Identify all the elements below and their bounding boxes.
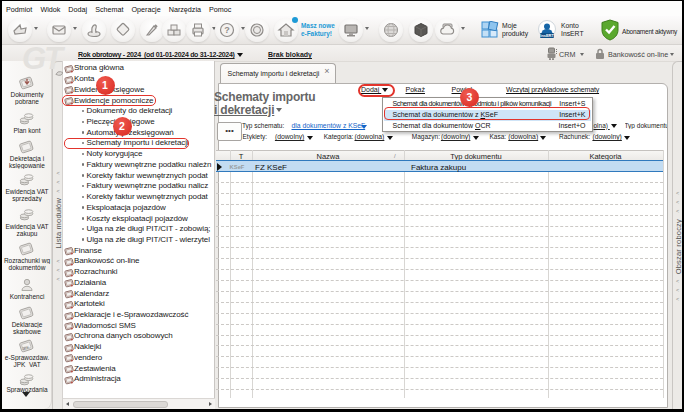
svg-text:InsERT: InsERT — [540, 33, 554, 38]
svg-text:?: ? — [224, 25, 230, 35]
